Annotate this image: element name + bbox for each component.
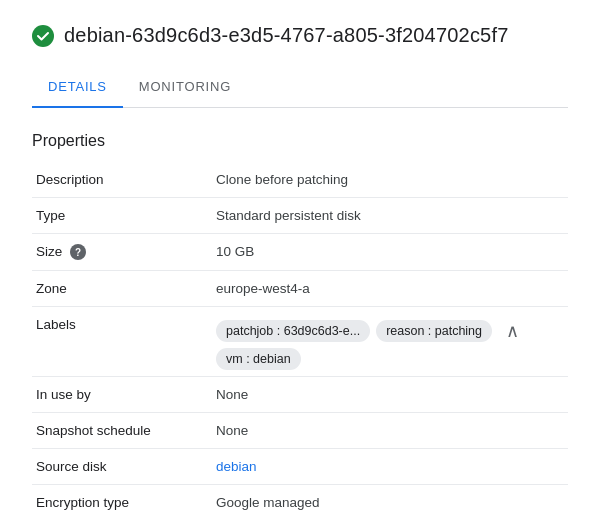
prop-label-zone: Zone [32,271,212,307]
section-title: Properties [32,132,568,150]
tab-details[interactable]: DETAILS [32,67,123,108]
prop-value-encryption: Google managed [212,485,568,517]
table-row: Source disk debian [32,449,568,485]
prop-value-zone: europe-west4-a [212,271,568,307]
prop-value-in-use-by: None [212,377,568,413]
prop-label-snapshot-schedule: Snapshot schedule [32,413,212,449]
prop-label-encryption: Encryption type [32,485,212,517]
label-chip-reason: reason : patching [376,320,492,342]
table-row: Type Standard persistent disk [32,198,568,234]
prop-value-labels: patchjob : 63d9c6d3-e... reason : patchi… [212,307,568,377]
prop-label-source-disk: Source disk [32,449,212,485]
prop-value-type: Standard persistent disk [212,198,568,234]
prop-label-size: Size ? [32,234,212,271]
label-chip-patchjob: patchjob : 63d9c6d3-e... [216,320,370,342]
properties-table: Description Clone before patching Type S… [32,162,568,517]
status-icon [32,25,54,47]
labels-row-1: patchjob : 63d9c6d3-e... reason : patchi… [216,317,564,345]
prop-value-size: 10 GB [212,234,568,271]
page-title: debian-63d9c6d3-e3d5-4767-a805-3f204702c… [64,24,509,47]
table-row: Snapshot schedule None [32,413,568,449]
labels-row-2: vm : debian [216,351,564,366]
page-header: debian-63d9c6d3-e3d5-4767-a805-3f204702c… [32,24,568,47]
prop-label-in-use-by: In use by [32,377,212,413]
source-disk-link[interactable]: debian [216,459,257,474]
properties-section: Properties Description Clone before patc… [32,132,568,517]
table-row: Labels patchjob : 63d9c6d3-e... reason :… [32,307,568,377]
tab-bar: DETAILS MONITORING [32,67,568,108]
help-icon[interactable]: ? [70,244,86,260]
table-row: Size ? 10 GB [32,234,568,271]
table-row: Description Clone before patching [32,162,568,198]
tab-monitoring[interactable]: MONITORING [123,67,247,108]
table-row: Zone europe-west4-a [32,271,568,307]
prop-value-source-disk: debian [212,449,568,485]
label-chip-vm: vm : debian [216,348,301,370]
prop-label-type: Type [32,198,212,234]
table-row: Encryption type Google managed [32,485,568,517]
prop-label-description: Description [32,162,212,198]
prop-value-description: Clone before patching [212,162,568,198]
labels-expand-button[interactable]: ∧ [498,317,526,345]
table-row: In use by None [32,377,568,413]
prop-value-snapshot-schedule: None [212,413,568,449]
prop-label-labels: Labels [32,307,212,377]
